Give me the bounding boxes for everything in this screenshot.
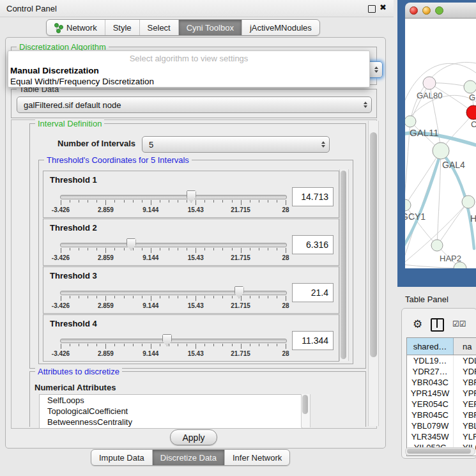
tab-infer-network[interactable]: Infer Network (225, 450, 289, 465)
cyni-bottom-tabs: Impute DataDiscretize DataInfer Network (91, 449, 290, 466)
network-view-canvas[interactable]: GAL80 G C GAL11 GAL4 GCY1 H HAP2 (405, 19, 476, 268)
network-node-gal11-neighbor[interactable] (405, 116, 416, 127)
cell-name[interactable]: YBL0 (454, 420, 476, 431)
cell-shared-name[interactable]: YER054C (407, 399, 454, 410)
gear-icon[interactable]: ⚙ (413, 318, 422, 331)
threshold-label: Threshold 3 (50, 271, 97, 280)
threshold-value-field[interactable]: 6.316 (292, 235, 334, 254)
tick-label: 28 (282, 302, 289, 309)
network-node-partial-top[interactable] (464, 81, 476, 93)
cell-shared-name[interactable]: YBR045C (407, 410, 454, 420)
minimize-traffic-light[interactable] (422, 6, 431, 15)
attribute-list-item[interactable]: BetweennessCentrality (40, 417, 302, 427)
tab-network[interactable]: Network (47, 20, 105, 35)
network-node-hap2[interactable] (431, 240, 443, 251)
cell-shared-name[interactable]: YBR043C (407, 377, 454, 388)
threshold-value-field[interactable]: 14.713 (292, 187, 334, 206)
tick-label: 15.43 (188, 254, 204, 261)
tick-label: 2.859 (98, 302, 114, 309)
tick-label: -3.426 (52, 350, 70, 357)
network-node-gal4[interactable] (433, 142, 449, 159)
cell-shared-name[interactable]: YBL079W (407, 420, 454, 431)
table-row[interactable]: YBR043CYBR0 (407, 377, 476, 388)
tab-cyni-toolbox[interactable]: Cyni Toolbox (179, 20, 242, 35)
network-graph: GAL80 G C GAL11 GAL4 GCY1 H HAP2 (405, 19, 476, 268)
thresholds-scrollbar[interactable] (339, 169, 349, 361)
checkbox-icons[interactable]: ☑☑ (452, 319, 466, 328)
cell-name[interactable]: YDL1 (454, 355, 476, 366)
network-node-red[interactable] (466, 105, 476, 119)
slider-tick-labels: -3.4262.8599.14415.4321.71528 (61, 206, 286, 213)
threshold-row: Threshold 4 -3.4262.8599.14415.4321.7152… (43, 314, 339, 362)
node-table[interactable]: shared… na YDL19…YDL1YDR27…YDR2YBR043CYB… (406, 337, 476, 456)
slider-ticks (61, 248, 286, 254)
threshold-value-field[interactable]: 11.344 (292, 331, 334, 350)
attribute-list-item[interactable]: SelfLoops (40, 395, 302, 406)
slider-track[interactable] (60, 243, 287, 247)
table-row[interactable]: YDR27…YDR2 (407, 366, 476, 377)
slider-track[interactable] (60, 291, 287, 295)
slider-track[interactable] (60, 195, 287, 199)
numerical-attributes-list[interactable]: SelfLoopsTopologicalCoefficientBetweenne… (39, 394, 302, 429)
cell-shared-name[interactable]: YDL19… (407, 355, 454, 366)
close-traffic-light[interactable] (410, 6, 418, 15)
network-node-gcy1[interactable] (405, 199, 411, 211)
column-header-shared-name[interactable]: shared… (407, 338, 454, 355)
table-row[interactable]: YBL079WYBL0 (407, 420, 476, 431)
tab-select[interactable]: Select (140, 20, 179, 35)
node-label-partial-top: G (469, 93, 475, 102)
cell-shared-name[interactable]: YDR27… (407, 366, 454, 377)
network-node-right[interactable] (462, 196, 475, 208)
table-data-combo[interactable]: galFiltered.sif default node (17, 96, 372, 113)
intervals-combo-value: 5 (142, 140, 153, 150)
threshold-row: Threshold 3 -3.4262.8599.14415.4321.7152… (43, 266, 339, 314)
tick-label: 2.859 (98, 206, 114, 213)
tab-style[interactable]: Style (105, 20, 140, 35)
column-header-name[interactable]: na (454, 338, 476, 355)
tick-label: 9.144 (142, 302, 158, 309)
tab-jactivemnodules[interactable]: jActiveMNodules (242, 20, 319, 35)
number-of-intervals-combo[interactable]: 5 (142, 136, 330, 153)
cell-name[interactable]: YDR2 (454, 366, 476, 377)
threshold-label: Threshold 2 (50, 223, 97, 233)
popup-item-equal-width-frequency[interactable]: Equal Width/Frequency Discretization (8, 76, 369, 87)
tick-label: 21.715 (231, 350, 250, 357)
close-icon[interactable]: ✖ (380, 3, 387, 12)
popup-item-manual-discretization[interactable]: Manual Discretization (8, 65, 369, 76)
table-row[interactable]: YER054CYER0 (407, 399, 476, 410)
table-horizontal-scrollbar[interactable] (405, 447, 475, 456)
zoom-traffic-light[interactable] (435, 6, 443, 15)
table-row[interactable]: YLR345WYLR3 (407, 431, 476, 442)
cell-name[interactable]: YBR0 (454, 377, 476, 388)
settings-scrollbar[interactable] (368, 121, 379, 426)
network-node-gal80[interactable] (423, 77, 436, 89)
apply-button[interactable]: Apply (170, 429, 217, 445)
screen: Control Panel ✖ NetworkStyleSelectCyni T… (0, 0, 476, 476)
table-panel-title: Table Panel (405, 295, 449, 304)
columns-icon[interactable] (431, 318, 444, 332)
slider-tick-labels: -3.4262.8599.14415.4321.71528 (61, 302, 286, 309)
cell-name[interactable]: YPR1 (454, 388, 476, 399)
number-of-intervals-label: Number of Intervals (58, 139, 135, 148)
tab-discretize-data[interactable]: Discretize Data (153, 450, 225, 465)
attribute-list-item[interactable]: TopologicalCoefficient (40, 406, 302, 417)
cell-shared-name[interactable]: YPR145W (407, 388, 454, 399)
table-data-combo-value: galFiltered.sif default node (17, 100, 121, 110)
table-row[interactable]: YBR045CYBR0 (407, 410, 476, 420)
table-row[interactable]: YPR145WYPR1 (407, 388, 476, 399)
cell-shared-name[interactable]: YLR345W (407, 431, 454, 442)
slider-track[interactable] (60, 339, 287, 343)
tick-label: 9.144 (142, 254, 158, 261)
cell-name[interactable]: YER0 (454, 399, 476, 410)
float-window-icon[interactable] (368, 5, 376, 13)
tab-impute-data[interactable]: Impute Data (91, 450, 153, 465)
tick-label: 28 (282, 350, 289, 357)
thresholds-group: Threshold's Coordinates for 5 Intervals … (38, 160, 353, 364)
table-row[interactable]: YDL19…YDL1 (407, 355, 476, 366)
attributes-list-scrollbar[interactable] (301, 394, 311, 427)
network-window-titlebar (405, 3, 476, 19)
cell-name[interactable]: YLR3 (454, 431, 476, 442)
threshold-value-field[interactable]: 21.4 (292, 283, 334, 302)
tab-label: Network (66, 23, 97, 33)
cell-name[interactable]: YBR0 (454, 410, 476, 420)
